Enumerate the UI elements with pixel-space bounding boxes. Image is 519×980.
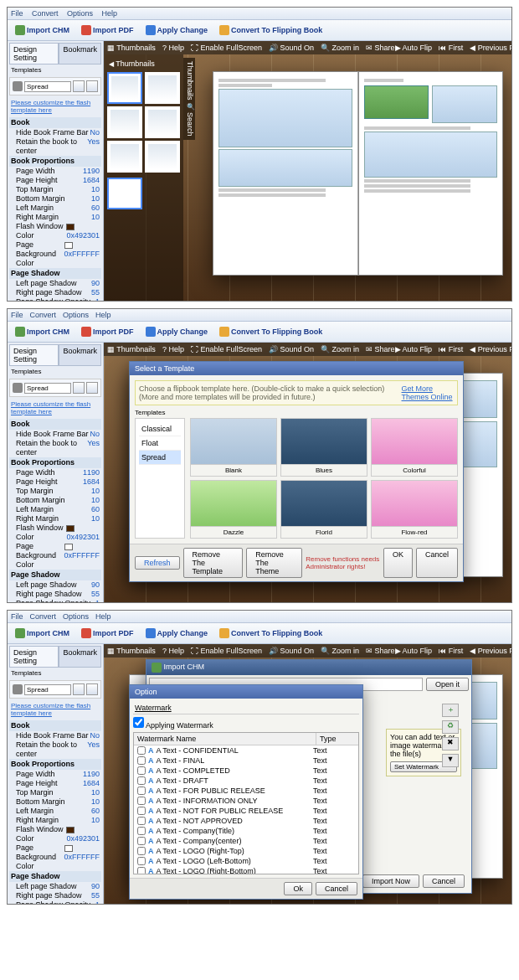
import-pdf-button[interactable]: Import PDF [77,324,138,339]
viewer: ▦ Thumbnails ? Help ⛶ Enable FullScreen … [104,41,511,301]
page-left [213,71,358,276]
convert-button[interactable]: Convert To Flipping Book [215,324,326,339]
add-icon[interactable]: ＋ [442,704,459,717]
menu-options[interactable]: Options [67,9,93,18]
dialog-title: Import CHM [146,660,471,675]
remove-theme-button[interactable]: Remove The Theme [246,548,302,578]
first-page-button[interactable]: ⏮ First [439,44,463,52]
screenshot-2: FileConvertOptionsHelp Import CHM Import… [7,308,512,603]
left-panel: Design Setting Bookmark Templates Spread… [8,41,104,301]
open-template-button[interactable] [86,80,98,92]
remove-template-button[interactable]: Remove The Template [183,548,244,578]
import-icon [15,25,25,35]
watermark-item[interactable]: AA Text - COMPLETEDText [134,766,358,776]
cat-float[interactable]: Float [139,436,181,451]
autoflip-button[interactable]: ▶ Auto Flip [395,44,433,52]
apply-change-button[interactable]: Apply Change [141,23,213,38]
watermark-item[interactable]: AA Text - LOGO (Right-Top)Text [134,846,358,856]
thumbnail-6[interactable] [145,141,180,173]
main-area: Design Setting Bookmark Templates Spread… [8,41,511,301]
watermark-item[interactable]: AA Text - LOGO (Right-Bottom)Text [134,866,358,874]
cancel-button[interactable]: Cancel [423,874,465,888]
watermark-item[interactable]: AA Text - Company(center)Text [134,836,358,846]
watermark-item[interactable]: AA Text - CONFIDENTIALText [134,745,358,756]
option-title: Option [130,685,362,699]
import-pdf-button[interactable]: Import PDF [77,23,138,38]
zoom-button[interactable]: 🔍 Zoom in [321,44,359,52]
watermark-item[interactable]: AA Text - LOGO (Left-Bottom)Text [134,856,358,866]
side-tab-thumbnails[interactable]: Thumbnails 🔍 Search [183,58,195,140]
convert-icon [219,25,229,35]
watermark-list[interactable]: Watermark NameType AA Text - CONFIDENTIA… [133,732,359,874]
import-chm-button[interactable]: Import CHM [11,23,74,38]
convert-button[interactable]: Convert To Flipping Book [215,23,326,38]
option-dialog: Option Watermark Applying Watermark Wate… [129,684,363,900]
watermark-item[interactable]: AA Text - DRAFTText [134,776,358,786]
ok-button[interactable]: Ok [284,882,312,895]
flipbook[interactable] [213,71,503,276]
select-template-dialog: Select a Template Choose a flipbook temp… [129,361,464,582]
thumbnails-toggle[interactable]: ▦ Thumbnails [107,44,156,52]
thumbnail-7[interactable] [107,178,142,209]
viewer-toolbar: ▦ Thumbnails ? Help ⛶ Enable FullScreen … [104,41,511,55]
recycle-icon[interactable]: ♻ [442,720,459,734]
tpl-blues[interactable]: Blues [280,418,367,477]
thumbnail-1[interactable] [107,72,142,104]
thumbnail-3[interactable] [107,106,142,138]
watermark-item[interactable]: AA Text - FINALText [134,756,358,766]
tab-bookmark[interactable]: Bookmark [59,43,101,64]
watermark-item[interactable]: AA Text - FOR PUBLIC RELEASEText [134,786,358,796]
menu-convert[interactable]: Convert [32,9,59,18]
tpl-colorful[interactable]: Colorful [371,418,458,477]
save-template-button[interactable] [73,80,85,92]
template-icon [13,81,23,91]
ok-button[interactable]: OK [383,548,413,578]
customize-link[interactable]: Please customize the flash template here [9,97,101,116]
settings-tree[interactable]: Book Hide Book Frame BarNo Retain the bo… [9,117,101,301]
admin-warning: Remove functions needs Administrator rig… [306,555,380,570]
tpl-florid[interactable]: Florid [280,480,367,539]
dialog-title: Select a Template [130,362,463,375]
cat-spread[interactable]: Spread [139,451,181,465]
watermark-item[interactable]: AA Text - Company(Title)Text [134,826,358,836]
share-button[interactable]: ✉ Share [366,44,395,52]
down-icon[interactable]: ▼ [442,754,459,767]
thumbnails-label: ◀ Thumbnails [107,58,180,70]
watermark-item[interactable]: AA Text - INFORMATION ONLYText [134,796,358,806]
tpl-dazzle[interactable]: Dazzle [190,480,277,539]
side-actions: ＋ ♻ ✖ ▼ [433,704,468,767]
refresh-button[interactable]: Refresh [135,556,180,570]
applying-watermark-checkbox[interactable] [133,717,144,728]
import-chm-button[interactable]: Import CHM [11,324,74,339]
menu-help[interactable]: Help [102,9,118,18]
prev-page-button[interactable]: ◀ Previous Page [470,44,511,52]
more-themes-link[interactable]: Get More Themes Online [402,384,454,401]
cat-classical[interactable]: Classical [139,422,181,436]
sound-button[interactable]: 🔊 Sound On [269,44,314,52]
template-dropdown[interactable]: Spread [24,81,71,92]
tpl-blank[interactable]: Blank [190,418,277,477]
open-it-button[interactable]: Open it [426,678,469,691]
toolbar: Import CHM Import PDF Apply Change Conve… [8,20,511,41]
tpl-flowred[interactable]: Flow-red [371,480,458,539]
thumbnails-panel: ◀ Thumbnails [104,54,183,301]
help-button[interactable]: ? Help [162,44,184,52]
thumbnail-2[interactable] [145,72,180,104]
clear-icon[interactable]: ✖ [442,737,459,750]
dialog-info: Choose a flipbook template here. (Double… [135,380,458,405]
fullscreen-button[interactable]: ⛶ Enable FullScreen [191,44,262,52]
thumbnail-5[interactable] [107,141,142,173]
apply-change-button[interactable]: Apply Change [141,324,213,339]
tab-design-setting[interactable]: Design Setting [9,43,59,64]
watermark-item[interactable]: AA Text - NOT FOR PUBLIC RELEASEText [134,806,358,816]
page-right [358,71,504,276]
templates-label: Templates [9,64,101,75]
menubar: File Convert Options Help [8,8,511,20]
import-now-button[interactable]: Import Now [362,874,419,888]
cancel-button[interactable]: Cancel [416,548,458,578]
watermark-tab[interactable]: Watermark [135,704,172,712]
menu-file[interactable]: File [11,9,23,18]
watermark-item[interactable]: AA Text - NOT APPROVEDText [134,816,358,826]
cancel-button[interactable]: Cancel [316,882,357,895]
thumbnail-4[interactable] [145,106,180,138]
